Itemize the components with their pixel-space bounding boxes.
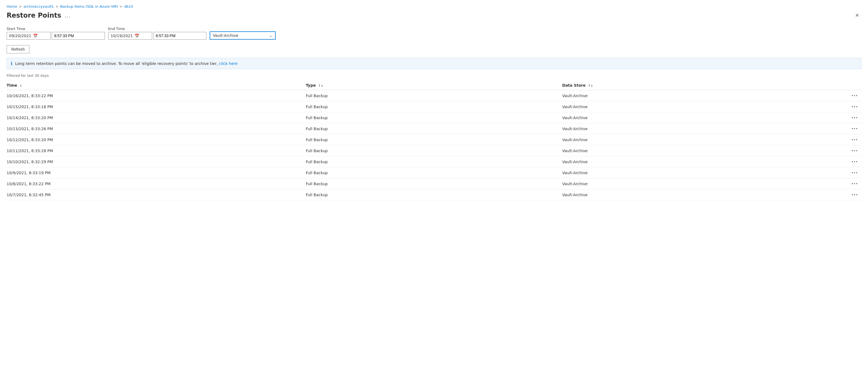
cell-actions[interactable]: ··· [819, 189, 861, 200]
info-icon: ℹ [11, 61, 12, 66]
table-row: 10/9/2021, 8:33:19 PM Full Backup Vault-… [7, 167, 861, 178]
datastore-dropdown[interactable]: Vault-Archive ⌄ [210, 31, 276, 40]
datastore-sort-icon: ↑↓ [588, 84, 593, 88]
cell-type: Full Backup [306, 167, 562, 178]
time-sort-icon: ↓ [20, 84, 22, 88]
end-date-value: 10/19/2021 [111, 34, 133, 38]
filter-status: Filtered for last 30 days [7, 73, 861, 78]
breadcrumb-backup-items[interactable]: Backup Items (SQL in Azure VM) [60, 4, 118, 8]
breadcrumb-sep-1: > [19, 4, 22, 8]
cell-type: Full Backup [306, 189, 562, 200]
start-date-input[interactable]: 09/20/2021 📅 [7, 32, 51, 40]
cell-actions[interactable]: ··· [819, 178, 861, 189]
cell-actions[interactable]: ··· [819, 134, 861, 145]
cell-time: 10/13/2021, 8:33:26 PM [7, 123, 306, 134]
cell-time: 10/12/2021, 8:33:20 PM [7, 134, 306, 145]
end-time-input[interactable] [153, 32, 206, 40]
cell-type: Full Backup [306, 134, 562, 145]
end-calendar-icon: 📅 [134, 34, 150, 38]
start-calendar-icon: 📅 [33, 34, 48, 38]
cell-datastore: Vault-Archive [562, 167, 819, 178]
row-more-button[interactable]: ··· [851, 181, 858, 186]
end-time-group: End Time 10/19/2021 📅 [108, 27, 206, 40]
restore-points-table: Time ↓ Type ↑↓ Data Store ↑↓ 10/16/2021,… [7, 81, 861, 200]
cell-time: 10/11/2021, 8:33:28 PM [7, 145, 306, 156]
row-more-button[interactable]: ··· [851, 126, 858, 131]
cell-time: 10/14/2021, 8:33:20 PM [7, 112, 306, 123]
end-time-label: End Time [108, 27, 206, 31]
row-more-button[interactable]: ··· [851, 148, 858, 153]
cell-time: 10/8/2021, 8:33:22 PM [7, 178, 306, 189]
breadcrumb-home[interactable]: Home [7, 4, 17, 8]
breadcrumb-db[interactable]: db15 [124, 4, 133, 8]
cell-actions[interactable]: ··· [819, 123, 861, 134]
cell-actions[interactable]: ··· [819, 167, 861, 178]
table-row: 10/10/2021, 8:32:29 PM Full Backup Vault… [7, 156, 861, 167]
table-row: 10/14/2021, 8:33:20 PM Full Backup Vault… [7, 112, 861, 123]
row-more-button[interactable]: ··· [851, 115, 858, 120]
refresh-button[interactable]: Refresh [7, 45, 29, 53]
start-date-value: 09/20/2021 [9, 34, 31, 38]
cell-type: Full Backup [306, 145, 562, 156]
row-more-button[interactable]: ··· [851, 93, 858, 98]
start-time-input[interactable] [52, 32, 105, 40]
breadcrumb: Home > archiveccyvault1 > Backup Items (… [7, 4, 861, 8]
cell-type: Full Backup [306, 101, 562, 112]
more-options-icon[interactable]: ... [65, 13, 71, 19]
table-row: 10/15/2021, 8:33:18 PM Full Backup Vault… [7, 101, 861, 112]
cell-datastore: Vault-Archive [562, 90, 819, 101]
filter-row: Start Time 09/20/2021 📅 End Time 10/19/2… [7, 26, 861, 40]
cell-time: 10/9/2021, 8:33:19 PM [7, 167, 306, 178]
start-time-group: Start Time 09/20/2021 📅 [7, 27, 105, 40]
cell-time: 10/10/2021, 8:32:29 PM [7, 156, 306, 167]
table-row: 10/13/2021, 8:33:26 PM Full Backup Vault… [7, 123, 861, 134]
type-sort-icon: ↑↓ [318, 84, 323, 88]
row-more-button[interactable]: ··· [851, 159, 858, 164]
breadcrumb-vault[interactable]: archiveccyvault1 [23, 4, 54, 8]
cell-datastore: Vault-Archive [562, 134, 819, 145]
cell-actions[interactable]: ··· [819, 112, 861, 123]
table-row: 10/8/2021, 8:33:22 PM Full Backup Vault-… [7, 178, 861, 189]
row-more-button[interactable]: ··· [851, 137, 858, 142]
table-row: 10/12/2021, 8:33:20 PM Full Backup Vault… [7, 134, 861, 145]
start-time-label: Start Time [7, 27, 105, 31]
row-more-button[interactable]: ··· [851, 104, 858, 109]
row-more-button[interactable]: ··· [851, 192, 858, 197]
col-header-datastore[interactable]: Data Store ↑↓ [562, 81, 819, 90]
table-header-row: Time ↓ Type ↑↓ Data Store ↑↓ [7, 81, 861, 90]
cell-datastore: Vault-Archive [562, 101, 819, 112]
cell-datastore: Vault-Archive [562, 145, 819, 156]
cell-type: Full Backup [306, 112, 562, 123]
info-text: Long term retention points can be moved … [15, 61, 238, 66]
col-header-time[interactable]: Time ↓ [7, 81, 306, 90]
cell-type: Full Backup [306, 156, 562, 167]
chevron-down-icon: ⌄ [269, 33, 272, 38]
cell-datastore: Vault-Archive [562, 112, 819, 123]
close-button[interactable]: ✕ [853, 11, 861, 20]
breadcrumb-sep-3: > [119, 4, 122, 8]
cell-actions[interactable]: ··· [819, 145, 861, 156]
cell-type: Full Backup [306, 178, 562, 189]
cell-time: 10/15/2021, 8:33:18 PM [7, 101, 306, 112]
datastore-label [210, 26, 276, 30]
row-more-button[interactable]: ··· [851, 170, 858, 175]
breadcrumb-sep-2: > [56, 4, 59, 8]
cell-datastore: Vault-Archive [562, 178, 819, 189]
cell-type: Full Backup [306, 90, 562, 101]
page-header: Restore Points ... ✕ [7, 11, 861, 20]
table-row: 10/11/2021, 8:33:28 PM Full Backup Vault… [7, 145, 861, 156]
archive-link[interactable]: click here [219, 61, 238, 66]
page-title: Restore Points [7, 11, 61, 19]
col-header-type[interactable]: Type ↑↓ [306, 81, 562, 90]
col-header-actions [819, 81, 861, 90]
table-row: 10/7/2021, 8:32:45 PM Full Backup Vault-… [7, 189, 861, 200]
cell-datastore: Vault-Archive [562, 189, 819, 200]
cell-actions[interactable]: ··· [819, 101, 861, 112]
cell-type: Full Backup [306, 123, 562, 134]
datastore-group: Vault-Archive ⌄ [210, 26, 276, 40]
cell-time: 10/7/2021, 8:32:45 PM [7, 189, 306, 200]
cell-time: 10/16/2021, 8:33:22 PM [7, 90, 306, 101]
end-date-input[interactable]: 10/19/2021 📅 [108, 32, 152, 40]
cell-actions[interactable]: ··· [819, 90, 861, 101]
cell-actions[interactable]: ··· [819, 156, 861, 167]
